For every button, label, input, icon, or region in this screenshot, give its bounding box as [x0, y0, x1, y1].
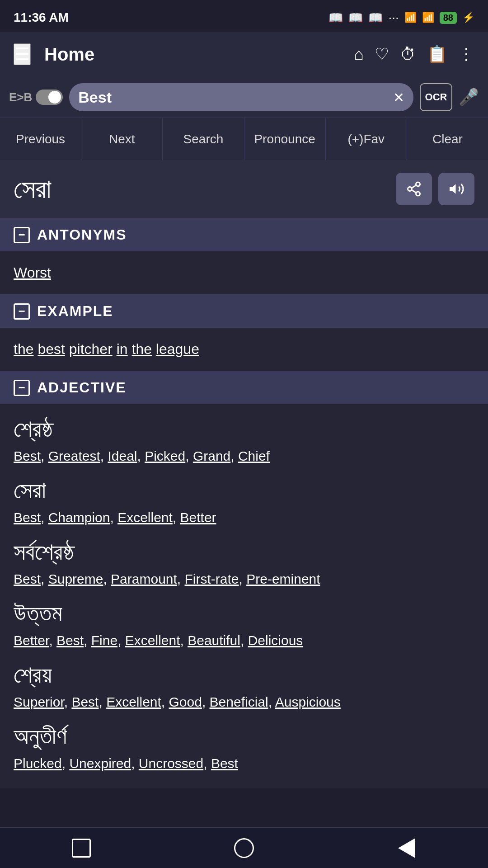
synonym-link[interactable]: Paramount — [111, 571, 177, 586]
synonym-link[interactable]: Greatest — [48, 448, 100, 463]
synonym-link[interactable]: Fine — [91, 633, 117, 648]
search-input[interactable] — [78, 89, 393, 106]
home-button[interactable]: ⌂ — [354, 45, 364, 64]
example-word-link[interactable]: best — [38, 341, 65, 357]
bengali-word-5: অনুতীর্ণ — [14, 722, 474, 750]
main-word-bengali: সেরা — [14, 173, 52, 205]
favorites-button[interactable]: ♡ — [375, 45, 389, 64]
synonym-link[interactable]: First-rate — [185, 571, 239, 586]
example-section-title: EXAMPLE — [37, 303, 113, 320]
synonym-link[interactable]: Better — [14, 633, 49, 648]
synonym-link[interactable]: Champion — [48, 510, 110, 525]
fav-button[interactable]: (+)Fav — [326, 118, 407, 160]
language-toggle[interactable]: E>B — [9, 90, 63, 105]
example-section-header[interactable]: − EXAMPLE — [0, 295, 488, 328]
ocr-button[interactable]: OCR — [420, 83, 452, 111]
lang-label: E>B — [9, 90, 32, 104]
example-word-link[interactable]: pitcher — [69, 341, 113, 357]
hamburger-button[interactable]: ☰ — [14, 43, 31, 65]
synonym-link[interactable]: Plucked — [14, 756, 62, 771]
book3-icon: 📖 — [368, 11, 383, 25]
battery-indicator: 88 — [440, 12, 457, 24]
synonym-link[interactable]: Best — [14, 448, 41, 463]
clear-search-button[interactable]: ✕ — [393, 90, 404, 105]
adjective-section-title: ADJECTIVE — [37, 379, 127, 396]
toggle-pill[interactable] — [36, 90, 63, 105]
svg-line-3 — [412, 190, 416, 193]
signal-icon: 📶 — [404, 12, 417, 24]
charging-icon: ⚡ — [462, 12, 474, 24]
sound-button[interactable] — [438, 173, 474, 205]
svg-point-1 — [408, 187, 412, 191]
bottom-back-button[interactable] — [389, 830, 425, 866]
bottom-square-button[interactable] — [63, 830, 99, 866]
bottom-home-button[interactable] — [226, 830, 262, 866]
english-synonyms-4: Superior, Best, Excellent, Good, Benefic… — [14, 690, 474, 713]
synonym-link[interactable]: Best — [14, 571, 41, 586]
example-content: the best pitcher in the league — [0, 328, 488, 371]
synonym-link[interactable]: Uncrossed — [139, 756, 203, 771]
antonyms-content: Worst — [0, 251, 488, 295]
english-synonyms-2: Best, Supreme, Paramount, First-rate, Pr… — [14, 567, 474, 590]
search-button[interactable]: Search — [163, 118, 244, 160]
synonym-link[interactable]: Excellent — [106, 694, 161, 709]
synonym-link[interactable]: Ideal — [108, 448, 137, 463]
next-button[interactable]: Next — [81, 118, 163, 160]
adjective-entry: শ্রেষ্ঠBest, Greatest, Ideal, Picked, Gr… — [14, 415, 474, 467]
english-synonyms-1: Best, Champion, Excellent, Better — [14, 506, 474, 529]
synonym-link[interactable]: Auspicious — [275, 694, 341, 709]
adjective-entry: সেরাBest, Champion, Excellent, Better — [14, 476, 474, 529]
svg-marker-5 — [450, 184, 456, 194]
synonym-link[interactable]: Excellent — [125, 633, 180, 648]
example-word-link[interactable]: league — [156, 341, 199, 357]
search-input-wrapper[interactable]: ✕ — [69, 83, 413, 111]
bengali-word-1: সেরা — [14, 476, 474, 504]
synonym-link[interactable]: Best — [14, 510, 41, 525]
pronounce-button[interactable]: Pronounce — [244, 118, 326, 160]
status-time: 11:36 AM — [14, 10, 69, 25]
main-content: সেরা − ANTONYMS Worst — [0, 160, 488, 834]
synonym-link[interactable]: Excellent — [117, 510, 173, 525]
synonym-link[interactable]: Unexpired — [69, 756, 131, 771]
example-word-link[interactable]: the — [131, 341, 151, 357]
synonym-link[interactable]: Best — [71, 694, 99, 709]
status-icons: 📖 📖 📖 ··· 📶 📶 88 ⚡ — [328, 10, 474, 25]
history-button[interactable]: ⏱ — [400, 45, 416, 64]
book-icon: 📖 — [328, 11, 343, 25]
svg-point-2 — [416, 192, 420, 196]
clear-button[interactable]: Clear — [407, 118, 488, 160]
antonyms-collapse-icon: − — [14, 227, 30, 243]
action-row: Previous Next Search Pronounce (+)Fav Cl… — [0, 118, 488, 160]
adjective-entry: অনুতীর্ণPlucked, Unexpired, Uncrossed, B… — [14, 722, 474, 775]
synonym-link[interactable]: Chief — [238, 448, 270, 463]
more-button[interactable]: ⋮ — [458, 45, 474, 64]
synonym-link[interactable]: Best — [211, 756, 238, 771]
mic-button[interactable]: 🎤 — [459, 88, 479, 107]
synonym-link[interactable]: Picked — [145, 448, 185, 463]
synonym-link[interactable]: Best — [56, 633, 84, 648]
antonyms-section-header[interactable]: − ANTONYMS — [0, 218, 488, 251]
clipboard-button[interactable]: 📋 — [427, 45, 447, 64]
bottom-nav — [0, 827, 488, 868]
triangle-icon — [398, 838, 415, 858]
search-bar: E>B ✕ OCR 🎤 — [0, 77, 488, 118]
example-word-link[interactable]: in — [117, 341, 128, 357]
synonym-link[interactable]: Good — [169, 694, 202, 709]
previous-button[interactable]: Previous — [0, 118, 81, 160]
main-word-actions — [396, 173, 474, 205]
synonym-link[interactable]: Delicious — [248, 633, 303, 648]
share-icon — [406, 181, 422, 197]
synonym-link[interactable]: Superior — [14, 694, 64, 709]
synonym-link[interactable]: Beneficial — [210, 694, 268, 709]
adjective-section-header[interactable]: − ADJECTIVE — [0, 371, 488, 404]
example-word-link[interactable]: the — [14, 341, 33, 357]
synonym-link[interactable]: Grand — [193, 448, 230, 463]
book2-icon: 📖 — [348, 11, 363, 25]
synonym-link[interactable]: Pre-eminent — [246, 571, 320, 586]
share-button[interactable] — [396, 173, 432, 205]
antonyms-worst-link[interactable]: Worst — [14, 264, 51, 281]
synonym-link[interactable]: Better — [180, 510, 216, 525]
nav-actions: ⌂ ♡ ⏱ 📋 ⋮ — [354, 45, 474, 64]
synonym-link[interactable]: Beautiful — [188, 633, 240, 648]
synonym-link[interactable]: Supreme — [48, 571, 103, 586]
